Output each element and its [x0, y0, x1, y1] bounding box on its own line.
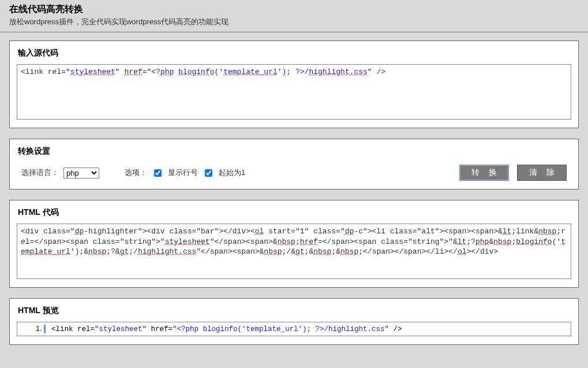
options-label: 选项：: [125, 168, 147, 178]
html-preview-panel: HTML 预览 <link rel="stylesheet" href="<?p…: [9, 298, 579, 345]
start-at-one-label: 起始为1: [219, 168, 245, 178]
html-output-box[interactable]: <div class="dp-highlighter"><div class="…: [17, 224, 571, 279]
language-label: 选择语言：: [21, 168, 59, 178]
header-divider: [0, 32, 588, 32]
html-preview-box: <link rel="stylesheet" href="<?php blogi…: [17, 322, 571, 336]
show-lineno-checkbox[interactable]: [154, 169, 162, 177]
input-source-title: 输入源代码: [18, 48, 571, 58]
show-lineno-label: 显示行号: [168, 168, 198, 178]
start-at-one-checkbox[interactable]: [205, 169, 212, 177]
page-subtitle: 放松wordpress插件，完全代码实现wordpress代码高亮的功能实现: [0, 17, 588, 32]
convert-button[interactable]: 转 换: [459, 165, 509, 181]
preview-line: <link rel="stylesheet" href="<?php blogi…: [44, 325, 568, 333]
html-preview-title: HTML 预览: [18, 306, 571, 316]
html-output-title: HTML 代码: [18, 207, 571, 218]
page-title: 在线代码高亮转换: [0, 0, 588, 17]
settings-title: 转换设置: [18, 146, 571, 157]
input-source-panel: 输入源代码 <link rel="stylesheet" href="<?php…: [9, 40, 579, 128]
preview-list: <link rel="stylesheet" href="<?php blogi…: [17, 322, 571, 336]
source-code-input[interactable]: <link rel="stylesheet" href="<?php blogi…: [17, 64, 571, 120]
html-output-panel: HTML 代码 <div class="dp-highlighter"><div…: [9, 200, 579, 288]
clear-button[interactable]: 清 除: [517, 165, 567, 181]
settings-panel: 转换设置 选择语言： php 选项： 显示行号 起始为1 转 换 清 除: [9, 139, 579, 189]
language-select[interactable]: php: [63, 168, 99, 179]
